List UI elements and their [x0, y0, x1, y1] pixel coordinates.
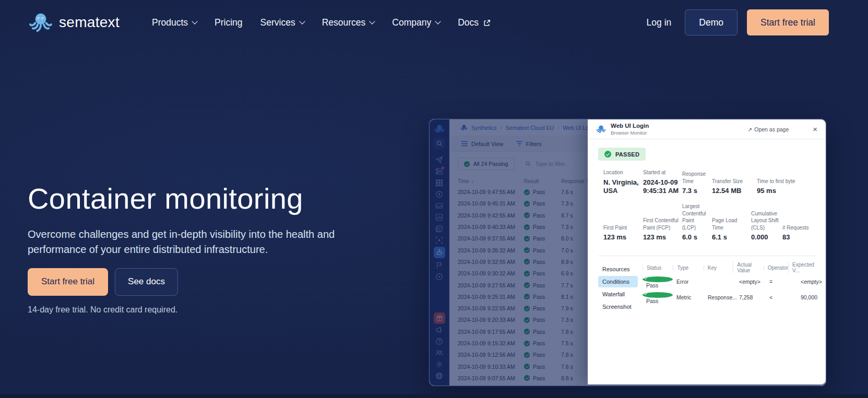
metric-value: 6.0 s — [682, 233, 709, 242]
metric-cell: Transfer Size 12.54 MB — [712, 178, 757, 196]
metric-value: 0.000 — [751, 233, 779, 242]
divider — [598, 256, 817, 256]
conditions-table: Status Type Key Actual Value Operator Ex… — [643, 263, 822, 313]
page-title: Container monitoring — [28, 184, 383, 214]
condition-status: Pass — [643, 275, 673, 288]
chevron-down-icon — [299, 18, 305, 24]
metric-cell: Cumulative Layout Shift (CLS) 0.000 — [751, 210, 782, 242]
metric-label: Largest Contentful Paint (LCP) — [682, 203, 709, 231]
octopus-logo-icon — [29, 11, 53, 33]
metric-value: 95 ms — [757, 187, 795, 196]
metric-label: Time to first byte — [757, 178, 795, 185]
condition-operator: = — [766, 279, 797, 285]
conditions-column-label: Actual Value — [733, 262, 763, 273]
chevron-down-icon — [435, 18, 441, 24]
trial-footnote: 14-day free trial. No credit card requir… — [28, 305, 383, 315]
hero-section: Container monitoring Overcome challenges… — [28, 184, 383, 315]
nav-menu-item-label: Services — [260, 17, 295, 28]
nav-menu-item[interactable]: Docs — [458, 17, 491, 28]
metric-label: Page Load Time — [712, 217, 748, 231]
nav-menu-item[interactable]: Company — [392, 17, 440, 28]
nav-menu-item-label: Docs — [458, 17, 479, 28]
metric-cell: Location N. Virginia, USA — [603, 169, 643, 196]
metric-label: Response Time — [682, 171, 709, 185]
nav-menu-item[interactable]: Products — [152, 17, 197, 28]
status-badge: PASSED — [598, 148, 646, 161]
brand-name: sematext — [59, 14, 120, 31]
see-docs-button[interactable]: See docs — [115, 268, 178, 296]
conditions-column-label: Expected V... — [788, 262, 822, 273]
metric-cell: First Paint 123 ms — [603, 224, 643, 242]
conditions-table-header: Status Type Key Actual Value Operator Ex… — [643, 263, 822, 272]
nav-right: Log in Demo Start free trial — [647, 9, 829, 35]
demo-button[interactable]: Demo — [685, 9, 738, 35]
monitor-subtitle: Browser Monitor — [611, 130, 649, 136]
metric-label: Transfer Size — [712, 178, 754, 185]
detail-tab[interactable]: Screenshot — [598, 301, 638, 312]
metric-label: # Requests — [782, 224, 809, 232]
metric-cell: Time to first byte 95 ms — [757, 178, 799, 196]
metric-value: 12.54 MB — [712, 187, 754, 196]
nav-menu-item-label: Pricing — [215, 17, 243, 28]
app-screenshot-window: Synthetics › Sematext Cloud EU › Web UI … — [429, 119, 826, 386]
nav-start-free-trial-button[interactable]: Start free trial — [747, 9, 829, 35]
conditions-column-label: Type — [673, 265, 703, 271]
detail-header: Web UI Login Browser Monitor ↗ Open as p… — [588, 119, 826, 139]
condition-type: Metric — [673, 294, 704, 300]
metric-value: 2024-10-09 9:45:31 AM — [643, 178, 679, 196]
external-link-icon — [483, 19, 491, 27]
metric-cell: Response Time 7.3 s — [682, 171, 712, 196]
condition-expected-value: <empty> — [797, 279, 822, 285]
open-as-page-button[interactable]: ↗ Open as page — [747, 126, 789, 132]
metric-label: First Paint — [603, 224, 640, 232]
start-free-trial-button[interactable]: Start free trial — [28, 268, 108, 296]
chevron-down-icon — [192, 18, 197, 24]
detail-tab[interactable]: Conditions — [598, 276, 638, 287]
detail-tab[interactable]: Waterfall — [598, 288, 638, 300]
conditions-column-label: Key — [704, 265, 733, 271]
metric-cell: First Contentful Paint (FCP) 123 ms — [643, 217, 682, 242]
next-section-edge — [0, 394, 868, 398]
metrics-row-2: First Paint 123 ms First Contentful Pain… — [603, 203, 817, 242]
nav-menu-item[interactable]: Resources — [322, 17, 375, 28]
condition-status: Pass — [643, 291, 673, 304]
login-link[interactable]: Log in — [647, 17, 672, 28]
hero-description: Overcome challenges and get in-depth vis… — [28, 227, 348, 257]
close-icon[interactable]: × — [813, 125, 817, 133]
nav-menu-item-label: Company — [392, 17, 431, 28]
condition-actual-value: <empty> — [735, 279, 766, 285]
pass-check-icon — [643, 276, 673, 282]
metric-value: 6.1 s — [712, 233, 748, 242]
pass-check-icon — [643, 292, 673, 298]
detail-tab[interactable]: Resources — [598, 263, 638, 275]
status-badge-label: PASSED — [615, 151, 639, 158]
condition-row[interactable]: Pass Metric Response... 7,258 < 90,000 — [643, 291, 822, 303]
detail-tabs: Resources Conditions Waterfall Screensho… — [598, 263, 638, 313]
condition-row[interactable]: Pass Error <empty> = <empty> — [643, 275, 822, 287]
condition-operator: < — [766, 294, 797, 300]
metric-label: First Contentful Paint (FCP) — [643, 217, 679, 231]
nav-menu-item-label: Resources — [322, 17, 366, 28]
navbar: sematext Products Pricing Services — [0, 0, 868, 45]
condition-actual-value: 7,258 — [735, 294, 766, 300]
nav-menu-item[interactable]: Services — [260, 17, 304, 28]
metric-value: 7.3 s — [682, 187, 709, 196]
metric-label: Cumulative Layout Shift (CLS) — [751, 210, 779, 232]
condition-expected-value: 90,000 — [797, 294, 822, 300]
detail-bottom-section: Resources Conditions Waterfall Screensho… — [598, 263, 817, 313]
nav-menu-item[interactable]: Pricing — [215, 17, 243, 28]
metric-value: N. Virginia, USA — [603, 178, 640, 196]
metrics-row-1: Location N. Virginia, USA Started at 202… — [603, 169, 817, 196]
chevron-down-icon — [370, 18, 375, 24]
metric-label: Location — [603, 169, 640, 176]
detail-body: PASSED Location N. Virginia, USA Started… — [588, 139, 826, 384]
condition-type: Error — [673, 279, 704, 285]
sematext-logo[interactable]: sematext — [29, 11, 120, 33]
octopus-logo-icon — [596, 125, 606, 134]
conditions-rows: Pass Error <empty> = <empty> — [643, 275, 822, 303]
metric-value: 123 ms — [643, 233, 679, 242]
hero-cta-row: Start free trial See docs — [28, 268, 383, 296]
metric-cell: Page Load Time 6.1 s — [712, 217, 751, 242]
open-external-icon: ↗ — [747, 126, 752, 132]
metric-value: 123 ms — [603, 233, 640, 242]
